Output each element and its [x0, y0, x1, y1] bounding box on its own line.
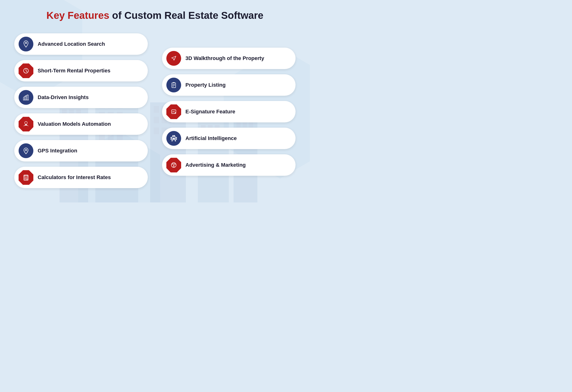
feature-advertising: Advertising & Marketing	[162, 154, 296, 176]
feature-label-advertising: Advertising & Marketing	[185, 162, 246, 168]
gps-icon-wrap	[19, 143, 33, 158]
svg-rect-51	[27, 95, 28, 100]
clock-icon-wrap	[19, 63, 33, 78]
feature-label-calculators: Calculators for Interest Rates	[38, 174, 111, 181]
svg-point-53	[25, 149, 27, 151]
feature-e-signature: E-Signature Feature	[162, 101, 296, 122]
signature-icon-wrap	[166, 104, 181, 119]
svg-point-66	[171, 137, 172, 138]
svg-point-68	[176, 137, 177, 138]
right-column: 3D Walkthrough of the Property Property …	[162, 33, 296, 188]
feature-label-data-driven: Data-Driven Insights	[38, 94, 89, 101]
feature-label-short-term: Short-Term Rental Properties	[38, 68, 110, 74]
feature-label-valuation: Valuation Models Automation	[38, 121, 111, 127]
signature-icon	[170, 108, 178, 116]
feature-label-advanced-location: Advanced Location Search	[38, 41, 105, 47]
location-icon-wrap	[19, 37, 33, 51]
location-icon	[22, 40, 30, 48]
main-container: Key Features of Custom Real Estate Softw…	[0, 0, 310, 200]
clock-icon	[22, 67, 30, 75]
svg-point-58	[27, 178, 27, 178]
svg-point-59	[25, 179, 25, 179]
svg-point-67	[171, 139, 172, 139]
feature-calculators: Calculators for Interest Rates	[14, 167, 148, 188]
svg-rect-49	[23, 98, 25, 100]
clipboard-icon-wrap	[166, 78, 181, 92]
svg-point-57	[26, 178, 26, 178]
valuation-icon-wrap	[19, 117, 33, 132]
feature-gps-integration: GPS Integration	[14, 140, 148, 162]
marketing-icon	[170, 161, 178, 169]
svg-text:AI: AI	[173, 137, 175, 139]
svg-point-75	[172, 163, 173, 165]
feature-label-3d-walkthrough: 3D Walkthrough of the Property	[185, 55, 264, 61]
page-title: Key Features of Custom Real Estate Softw…	[14, 10, 296, 21]
marketing-icon-wrap	[166, 158, 181, 172]
gps-icon	[22, 147, 30, 155]
title-rest: of Custom Real Estate Software	[109, 10, 263, 21]
feature-label-e-signature: E-Signature Feature	[185, 109, 235, 115]
clipboard-icon	[170, 81, 178, 89]
svg-point-73	[175, 140, 176, 141]
valuation-icon	[22, 120, 30, 128]
chart-icon	[22, 93, 30, 102]
feature-label-ai: Artificial Intelligence	[185, 135, 237, 141]
feature-property-listing: Property Listing	[162, 74, 296, 96]
feature-short-term-rental: Short-Term Rental Properties	[14, 60, 148, 81]
features-grid: Advanced Location Search Short-Term Rent…	[14, 33, 296, 188]
calculator-icon	[22, 173, 30, 181]
feature-3d-walkthrough: 3D Walkthrough of the Property	[162, 48, 296, 69]
feature-advanced-location-search: Advanced Location Search	[14, 33, 148, 55]
svg-point-76	[175, 163, 176, 165]
plane-icon	[170, 54, 178, 62]
svg-point-72	[172, 140, 173, 141]
title-highlight: Key Features	[47, 10, 109, 21]
calculator-icon-wrap	[19, 170, 33, 185]
svg-rect-55	[24, 176, 28, 177]
feature-label-property-listing: Property Listing	[185, 82, 226, 88]
chart-icon-wrap	[19, 90, 33, 105]
ai-icon-wrap: AI	[166, 131, 181, 146]
plane-icon-wrap	[166, 51, 181, 66]
feature-valuation-models: Valuation Models Automation	[14, 113, 148, 135]
svg-point-47	[25, 42, 27, 44]
svg-point-52	[26, 150, 27, 151]
ai-icon: AI	[170, 134, 178, 142]
svg-point-61	[27, 179, 27, 179]
feature-label-gps: GPS Integration	[38, 148, 77, 154]
svg-point-56	[25, 178, 25, 178]
svg-point-71	[174, 136, 175, 136]
svg-point-69	[176, 139, 177, 139]
svg-rect-50	[25, 96, 26, 100]
svg-point-60	[26, 179, 26, 179]
svg-point-70	[173, 136, 174, 136]
feature-data-driven: Data-Driven Insights	[14, 87, 148, 108]
left-column: Advanced Location Search Short-Term Rent…	[14, 33, 148, 188]
feature-ai: AI Artificial Intelligence	[162, 128, 296, 149]
